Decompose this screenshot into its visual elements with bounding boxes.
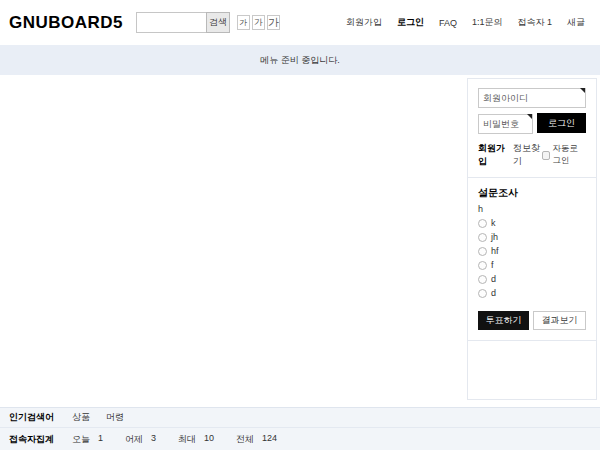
auto-login-checkbox[interactable]	[542, 151, 550, 160]
poll-options: k jh hf f d	[478, 218, 586, 298]
visitor-stat-max: 최대 10	[178, 433, 214, 446]
login-box: 로그인 회원가입 정보찾기 자동로그인	[468, 79, 596, 177]
popular-keywords-row: 인기검색어 상품 머령	[0, 407, 600, 427]
sidebar: 로그인 회원가입 정보찾기 자동로그인 설문조사 h	[467, 78, 597, 400]
password-input[interactable]	[478, 114, 533, 134]
stat-value: 10	[204, 433, 214, 446]
search-group: 검색	[136, 12, 230, 33]
header: GNUBOARD5 검색 가 가 가 회원가입 로그인 FAQ 1:1문의 접속…	[0, 0, 600, 45]
radio-icon[interactable]	[478, 233, 487, 242]
visitor-stats-row: 접속자집계 오늘 1 어제 3 최대 10 전체 124	[0, 427, 600, 450]
font-size-small-button[interactable]: 가	[237, 15, 250, 30]
poll-option[interactable]: f	[478, 260, 586, 270]
nav-visitors-link[interactable]: 접속자 1	[517, 16, 552, 29]
search-button[interactable]: 검색	[206, 12, 230, 33]
required-marker-icon	[527, 114, 532, 119]
poll-option-label: hf	[491, 246, 499, 256]
font-size-medium-button[interactable]: 가	[252, 15, 265, 30]
poll-option[interactable]: hf	[478, 246, 586, 256]
login-button[interactable]: 로그인	[537, 113, 586, 133]
font-size-large-button[interactable]: 가	[267, 15, 280, 30]
main-area: 로그인 회원가입 정보찾기 자동로그인 설문조사 h	[0, 75, 600, 407]
menu-notice-text: 메뉴 준비 중입니다.	[260, 54, 340, 67]
find-info-link[interactable]: 정보찾기	[513, 142, 542, 168]
poll-option-label: k	[491, 218, 496, 228]
poll-option[interactable]: d	[478, 288, 586, 298]
signup-link[interactable]: 회원가입	[478, 142, 507, 168]
stat-name: 최대	[178, 433, 196, 446]
search-input[interactable]	[136, 12, 206, 33]
poll-option-label: d	[491, 274, 496, 284]
auto-login-label: 자동로그인	[553, 143, 586, 167]
poll-option[interactable]: k	[478, 218, 586, 228]
poll-title: 설문조사	[478, 186, 586, 200]
member-id-wrap	[478, 87, 586, 108]
top-nav: 회원가입 로그인 FAQ 1:1문의 접속자 1 새글	[346, 16, 591, 29]
poll-box: 설문조사 h k jh hf	[468, 177, 596, 340]
poll-option-label: f	[491, 260, 494, 270]
popular-keywords-list: 상품 머령	[72, 411, 124, 424]
stat-value: 1	[98, 433, 103, 446]
radio-icon[interactable]	[478, 261, 487, 270]
visitor-stat-yesterday: 어제 3	[125, 433, 156, 446]
nav-login-link[interactable]: 로그인	[397, 16, 424, 29]
page: GNUBOARD5 검색 가 가 가 회원가입 로그인 FAQ 1:1문의 접속…	[0, 0, 600, 450]
stat-name: 어제	[125, 433, 143, 446]
nav-inquiry-link[interactable]: 1:1문의	[472, 16, 503, 29]
popular-keyword-link[interactable]: 상품	[72, 411, 90, 424]
password-wrap	[478, 113, 533, 134]
nav-signup-link[interactable]: 회원가입	[346, 16, 382, 29]
radio-icon[interactable]	[478, 275, 487, 284]
nav-new-posts-link[interactable]: 새글	[567, 16, 585, 29]
radio-icon[interactable]	[478, 247, 487, 256]
radio-icon[interactable]	[478, 289, 487, 298]
poll-option[interactable]: jh	[478, 232, 586, 242]
visitor-stats-label: 접속자집계	[9, 433, 72, 446]
poll-result-button[interactable]: 결과보기	[533, 311, 586, 330]
stat-name: 전체	[236, 433, 254, 446]
visitor-stat-total: 전체 124	[236, 433, 277, 446]
required-marker-icon	[580, 88, 585, 93]
menu-notice-bar: 메뉴 준비 중입니다.	[0, 45, 600, 75]
poll-question: h	[478, 204, 586, 214]
poll-option-label: jh	[491, 232, 498, 242]
stat-name: 오늘	[72, 433, 90, 446]
font-size-controls: 가 가 가	[237, 15, 280, 30]
visitor-stats-list: 오늘 1 어제 3 최대 10 전체 124	[72, 433, 277, 446]
poll-buttons-row: 투표하기 결과보기	[478, 311, 586, 330]
stat-value: 124	[262, 433, 277, 446]
member-id-input[interactable]	[478, 88, 586, 108]
auto-login-group: 자동로그인	[542, 143, 586, 167]
sidebar-empty-box	[468, 340, 596, 399]
password-row: 로그인	[478, 113, 586, 134]
vote-button[interactable]: 투표하기	[478, 311, 529, 330]
popular-keyword-link[interactable]: 머령	[106, 411, 124, 424]
radio-icon[interactable]	[478, 219, 487, 228]
login-links-row: 회원가입 정보찾기 자동로그인	[478, 142, 586, 168]
popular-keywords-label: 인기검색어	[9, 411, 72, 424]
nav-faq-link[interactable]: FAQ	[439, 18, 457, 28]
site-logo[interactable]: GNUBOARD5	[9, 13, 123, 33]
poll-option-label: d	[491, 288, 496, 298]
visitor-stat-today: 오늘 1	[72, 433, 103, 446]
main-content-empty	[0, 75, 467, 407]
poll-option[interactable]: d	[478, 274, 586, 284]
stat-value: 3	[151, 433, 156, 446]
